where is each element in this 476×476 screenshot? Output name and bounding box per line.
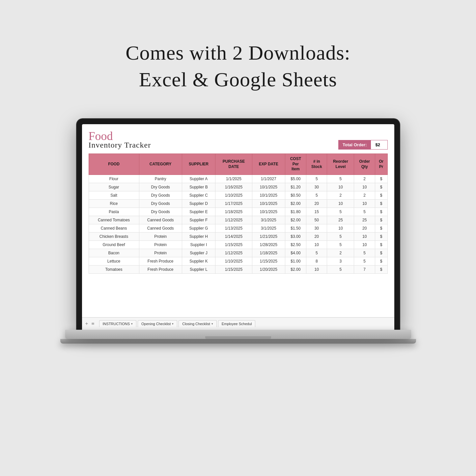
tab-employee-schedule[interactable]: Employee Schedul <box>218 320 256 327</box>
tab-closing-checklist[interactable]: Closing Checklist ▾ <box>179 320 216 327</box>
table-cell: Sugar <box>89 183 139 191</box>
table-cell: 10 <box>306 265 327 273</box>
table-cell: Supplier J <box>182 249 215 257</box>
table-cell: 1/14/2025 <box>215 232 252 240</box>
table-cell: Ground Beef <box>89 240 139 249</box>
table-cell: $2.50 <box>285 240 306 249</box>
table-cell: Supplier B <box>182 183 215 191</box>
table-cell: 1/16/2025 <box>215 183 252 191</box>
col-in-stock: # inStock <box>306 154 327 175</box>
table-cell: 10 <box>327 183 354 191</box>
table-cell: Protein <box>139 240 182 249</box>
table-cell: Protein <box>139 232 182 240</box>
table-row: Canned TomatoesCanned GoodsSupplier F1/1… <box>89 216 387 224</box>
table-cell: 10/1/2025 <box>252 199 285 208</box>
col-food: FOOD <box>89 154 139 175</box>
table-row: LettuceFresh ProduceSupplier K1/10/20251… <box>89 257 387 265</box>
table-cell: $ <box>375 257 387 265</box>
table-row: SugarDry GoodsSupplier B1/16/202510/1/20… <box>89 183 387 191</box>
table-row: BaconProteinSupplier J1/12/20251/18/2025… <box>89 249 387 257</box>
table-cell: 10 <box>354 199 375 208</box>
table-cell: 8 <box>306 257 327 265</box>
table-row: SaltDry GoodsSupplier C1/10/202510/1/202… <box>89 191 387 199</box>
laptop-screen: Food Inventory Tracker Total Order: $2 F… <box>77 119 400 330</box>
table-cell: 25 <box>354 216 375 224</box>
hero-line2: Excel & Google Sheets <box>126 66 350 93</box>
table-cell: 3 <box>327 257 354 265</box>
table-cell: Supplier C <box>182 191 215 199</box>
table-header-row: FOOD CATEGORY SUPPLIER PURCHASEDATE EXP … <box>89 154 387 175</box>
col-purchase-date: PURCHASEDATE <box>215 154 252 175</box>
table-cell: $1.20 <box>285 183 306 191</box>
tab-opening-checklist[interactable]: Opening Checklist ▾ <box>138 320 177 327</box>
table-cell: Fresh Produce <box>139 265 182 273</box>
table-cell: 3/1/2025 <box>252 216 285 224</box>
table-row: Ground BeefProteinSupplier I1/15/20251/2… <box>89 240 387 249</box>
table-cell: 7 <box>354 265 375 273</box>
total-order-label: Total Order: <box>339 140 371 149</box>
col-order-qty: OrderQty <box>354 154 375 175</box>
table-cell: 5 <box>327 240 354 249</box>
table-cell: 5 <box>306 191 327 199</box>
table-cell: 1/13/2025 <box>215 224 252 232</box>
table-row: PastaDry GoodsSupplier E1/18/202510/1/20… <box>89 208 387 216</box>
laptop-mockup: Food Inventory Tracker Total Order: $2 F… <box>77 119 400 344</box>
col-supplier: SUPPLIER <box>182 154 215 175</box>
table-cell: 1/10/2025 <box>215 257 252 265</box>
table-cell: Supplier F <box>182 216 215 224</box>
table-cell: Rice <box>89 199 139 208</box>
table-cell: 10 <box>354 183 375 191</box>
table-cell: $ <box>375 191 387 199</box>
screen-content: Food Inventory Tracker Total Order: $2 F… <box>82 124 394 330</box>
table-cell: Tomatoes <box>89 265 139 273</box>
table-cell: 1/15/2025 <box>252 257 285 265</box>
table-cell: $5.00 <box>285 175 306 183</box>
table-cell: $1.50 <box>285 224 306 232</box>
table-cell: Supplier L <box>182 265 215 273</box>
sheet-title-block: Food Inventory Tracker <box>89 130 151 150</box>
add-sheet-button[interactable]: + <box>85 321 88 327</box>
table-cell: 1/12/2025 <box>215 216 252 224</box>
table-cell: Chicken Breasts <box>89 232 139 240</box>
table-cell: Dry Goods <box>139 191 182 199</box>
table-cell: $1.00 <box>285 257 306 265</box>
table-cell: 1/20/2025 <box>252 265 285 273</box>
table-cell: $ <box>375 232 387 240</box>
col-category: CATEGORY <box>139 154 182 175</box>
table-cell: $ <box>375 208 387 216</box>
sheet-tabs: + ≡ INSTRUCTIONS ▾ Opening Checklist ▾ C… <box>82 317 394 330</box>
table-cell: 5 <box>306 175 327 183</box>
tab-instructions[interactable]: INSTRUCTIONS ▾ <box>99 320 137 327</box>
table-cell: 30 <box>306 224 327 232</box>
table-cell: Canned Goods <box>139 216 182 224</box>
table-cell: Lettuce <box>89 257 139 265</box>
table-cell: 1/17/2025 <box>215 199 252 208</box>
table-cell: Dry Goods <box>139 199 182 208</box>
table-cell: Pasta <box>89 208 139 216</box>
col-reorder-level: ReorderLevel <box>327 154 354 175</box>
table-cell: $2.00 <box>285 216 306 224</box>
table-row: TomatoesFresh ProduceSupplier L1/15/2025… <box>89 265 387 273</box>
sheet-header: Food Inventory Tracker Total Order: $2 <box>89 130 388 150</box>
laptop-base <box>65 330 411 339</box>
table-cell: Protein <box>139 249 182 257</box>
table-row: RiceDry GoodsSupplier D1/17/202510/1/202… <box>89 199 387 208</box>
table-cell: $ <box>375 183 387 191</box>
table-cell: 50 <box>306 216 327 224</box>
sheet-title-script: Food <box>89 130 151 142</box>
table-row: FlourPantrySupplier A1/1/20251/1/2027$5.… <box>89 175 387 183</box>
hero-title: Comes with 2 Downloads: Excel & Google S… <box>126 40 350 93</box>
tab-opening-arrow: ▾ <box>172 322 174 325</box>
sheet-title-main: Inventory Tracker <box>89 141 151 150</box>
table-cell: 10 <box>354 240 375 249</box>
table-cell: Supplier D <box>182 199 215 208</box>
tab-instructions-label: INSTRUCTIONS <box>103 322 130 326</box>
table-cell: Canned Tomatoes <box>89 216 139 224</box>
table-cell: 2 <box>354 191 375 199</box>
table-cell: Dry Goods <box>139 208 182 216</box>
table-cell: 30 <box>306 183 327 191</box>
inventory-table: FOOD CATEGORY SUPPLIER PURCHASEDATE EXP … <box>89 154 388 274</box>
table-cell: Supplier E <box>182 208 215 216</box>
table-cell: 2 <box>327 249 354 257</box>
sheet-menu-button[interactable]: ≡ <box>92 321 95 327</box>
